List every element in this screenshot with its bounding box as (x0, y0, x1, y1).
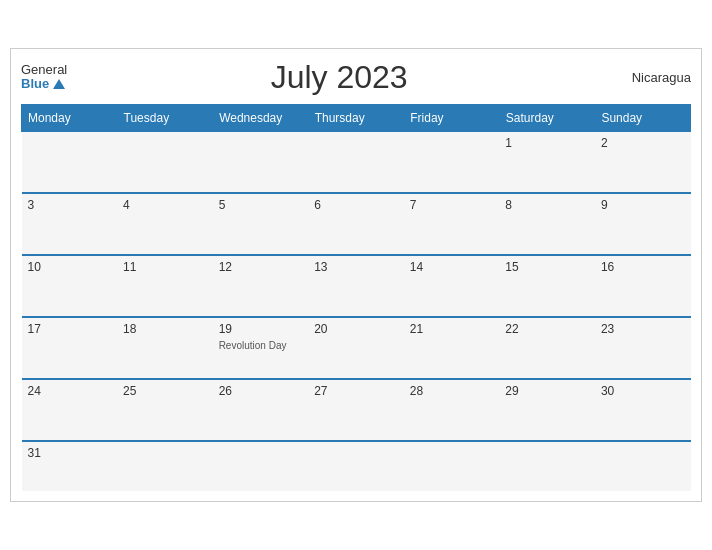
calendar-week-row: 171819Revolution Day20212223 (22, 317, 691, 379)
calendar-grid: MondayTuesdayWednesdayThursdayFridaySatu… (21, 104, 691, 492)
day-number: 2 (601, 136, 685, 150)
calendar-day-cell: 23 (595, 317, 691, 379)
calendar-day-cell: 21 (404, 317, 500, 379)
calendar-day-cell: 15 (499, 255, 595, 317)
calendar-day-cell (22, 131, 118, 193)
calendar-day-cell (308, 441, 404, 491)
calendar-day-cell: 22 (499, 317, 595, 379)
calendar-day-cell: 6 (308, 193, 404, 255)
day-number: 6 (314, 198, 398, 212)
day-number: 31 (28, 446, 112, 460)
day-header-saturday: Saturday (499, 104, 595, 131)
calendar-day-cell (404, 441, 500, 491)
day-header-monday: Monday (22, 104, 118, 131)
calendar-day-cell (404, 131, 500, 193)
day-number: 26 (219, 384, 303, 398)
calendar-title: July 2023 (67, 59, 611, 96)
day-number: 10 (28, 260, 112, 274)
logo-triangle-icon (53, 79, 65, 89)
days-header-row: MondayTuesdayWednesdayThursdayFridaySatu… (22, 104, 691, 131)
calendar-day-cell: 25 (117, 379, 213, 441)
calendar-day-cell: 30 (595, 379, 691, 441)
day-number: 23 (601, 322, 685, 336)
logo-blue-text: Blue (21, 77, 65, 91)
calendar-day-cell: 7 (404, 193, 500, 255)
calendar-day-cell (595, 441, 691, 491)
day-number: 15 (505, 260, 589, 274)
calendar-day-cell (213, 131, 309, 193)
day-number: 18 (123, 322, 207, 336)
calendar-day-cell: 12 (213, 255, 309, 317)
calendar-day-cell: 17 (22, 317, 118, 379)
day-header-wednesday: Wednesday (213, 104, 309, 131)
calendar-week-row: 10111213141516 (22, 255, 691, 317)
day-number: 16 (601, 260, 685, 274)
calendar-day-cell: 10 (22, 255, 118, 317)
day-number: 12 (219, 260, 303, 274)
day-number: 20 (314, 322, 398, 336)
day-header-friday: Friday (404, 104, 500, 131)
calendar-header: General Blue July 2023 Nicaragua (21, 59, 691, 96)
calendar-day-cell (117, 131, 213, 193)
calendar-day-cell: 28 (404, 379, 500, 441)
calendar-day-cell: 27 (308, 379, 404, 441)
calendar-day-cell: 4 (117, 193, 213, 255)
calendar-week-row: 3456789 (22, 193, 691, 255)
calendar-day-cell: 2 (595, 131, 691, 193)
day-number: 29 (505, 384, 589, 398)
day-number: 28 (410, 384, 494, 398)
day-number: 3 (28, 198, 112, 212)
calendar-country: Nicaragua (611, 70, 691, 85)
calendar-day-cell (213, 441, 309, 491)
calendar-day-cell: 9 (595, 193, 691, 255)
calendar-day-cell: 3 (22, 193, 118, 255)
day-number: 11 (123, 260, 207, 274)
day-header-thursday: Thursday (308, 104, 404, 131)
calendar-day-cell: 8 (499, 193, 595, 255)
day-number: 5 (219, 198, 303, 212)
day-number: 25 (123, 384, 207, 398)
calendar-container: General Blue July 2023 Nicaragua MondayT… (10, 48, 702, 503)
day-number: 19 (219, 322, 303, 336)
calendar-day-cell: 1 (499, 131, 595, 193)
calendar-day-cell: 19Revolution Day (213, 317, 309, 379)
day-header-sunday: Sunday (595, 104, 691, 131)
calendar-day-cell: 11 (117, 255, 213, 317)
calendar-day-cell: 29 (499, 379, 595, 441)
calendar-day-cell: 26 (213, 379, 309, 441)
calendar-day-cell: 24 (22, 379, 118, 441)
calendar-week-row: 24252627282930 (22, 379, 691, 441)
calendar-day-cell: 5 (213, 193, 309, 255)
calendar-day-cell (308, 131, 404, 193)
day-header-tuesday: Tuesday (117, 104, 213, 131)
day-number: 9 (601, 198, 685, 212)
calendar-day-cell (117, 441, 213, 491)
day-number: 21 (410, 322, 494, 336)
day-number: 17 (28, 322, 112, 336)
calendar-day-cell: 16 (595, 255, 691, 317)
calendar-day-cell: 20 (308, 317, 404, 379)
calendar-day-cell: 13 (308, 255, 404, 317)
day-number: 22 (505, 322, 589, 336)
logo: General Blue (21, 63, 67, 92)
day-number: 24 (28, 384, 112, 398)
calendar-week-row: 12 (22, 131, 691, 193)
day-number: 14 (410, 260, 494, 274)
day-number: 13 (314, 260, 398, 274)
logo-general-text: General (21, 63, 67, 77)
calendar-day-cell: 14 (404, 255, 500, 317)
day-event: Revolution Day (219, 340, 303, 351)
day-number: 4 (123, 198, 207, 212)
day-number: 30 (601, 384, 685, 398)
calendar-day-cell: 31 (22, 441, 118, 491)
calendar-day-cell (499, 441, 595, 491)
day-number: 27 (314, 384, 398, 398)
calendar-day-cell: 18 (117, 317, 213, 379)
day-number: 1 (505, 136, 589, 150)
day-number: 8 (505, 198, 589, 212)
day-number: 7 (410, 198, 494, 212)
calendar-week-row: 31 (22, 441, 691, 491)
